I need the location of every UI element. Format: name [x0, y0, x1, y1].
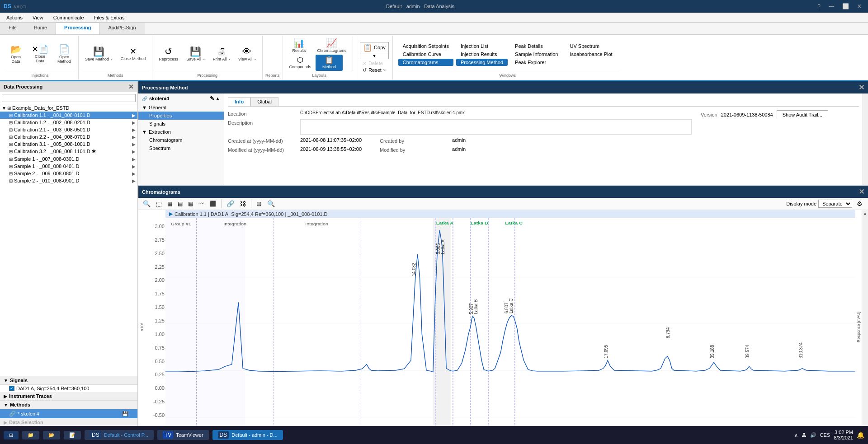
pm-edit-icon[interactable]: ✎: [210, 95, 214, 102]
zoom-minus-btn[interactable]: 🔍: [141, 199, 152, 208]
pm-general-header[interactable]: ▼ General: [138, 103, 224, 112]
unlink-btn[interactable]: ⛓: [238, 199, 248, 208]
chart-type2-btn[interactable]: ▤: [176, 200, 184, 208]
tree-item-cal22[interactable]: ⊞ Calibration 2.2 - _004_008-0701.D ▶: [0, 133, 137, 140]
tree-item-cal31[interactable]: ⊞ Calibration 3.1 - _005_008-1001.D ▶: [0, 140, 137, 148]
close-method-button[interactable]: ✕ Close Method: [117, 46, 150, 63]
cal-curve-btn[interactable]: Calibration Curve: [398, 51, 453, 58]
signal-checkbox[interactable]: ✓: [9, 386, 14, 391]
link-btn[interactable]: 🔗: [225, 199, 236, 208]
help-btn[interactable]: ?: [815, 2, 823, 10]
open-method-button[interactable]: 📄 OpenMethod: [53, 43, 75, 65]
sample-info-btn[interactable]: Sample Information: [510, 51, 562, 58]
pm-extraction-header[interactable]: ▼ Extraction: [138, 128, 224, 136]
processing-method-btn[interactable]: Processing Method: [456, 59, 508, 66]
chart-type1-btn[interactable]: ▦: [165, 200, 174, 208]
tree-item-sam1b[interactable]: ⊞ Sample 1 - _008_008-0401.D ▶: [0, 163, 137, 170]
method-layout-button[interactable]: 📋 Method: [316, 55, 343, 71]
pm-tab-global[interactable]: Global: [250, 97, 278, 106]
fit-btn[interactable]: ⊞: [255, 199, 264, 208]
results-button[interactable]: 📊 Results: [286, 37, 313, 55]
settings-btn[interactable]: ⚙: [854, 199, 865, 208]
pm-chromatogram-item[interactable]: Chromatogram: [138, 136, 224, 144]
chromatograms-btn[interactable]: Chromatograms: [398, 59, 453, 66]
pm-spectrum-item[interactable]: Spectrum: [138, 144, 224, 152]
tree-item-cal11[interactable]: ⊞ Calibration 1.1 - _001_008-0101.D ▶: [0, 112, 137, 119]
save-method-button[interactable]: 💾 Save Method ~: [81, 45, 116, 63]
menu-actions[interactable]: Actions: [2, 14, 27, 21]
tree-item-cal12[interactable]: ⊞ Calibration 1.2 - _002_008-0201.D ▶: [0, 119, 137, 126]
close-btn[interactable]: ✕: [854, 2, 864, 10]
tree-item-label: Calibration 2.2 - _004_008-0701.D: [14, 134, 132, 140]
methods-section[interactable]: ▼ Methods: [0, 401, 137, 409]
panel-close-btn[interactable]: ✕: [128, 83, 134, 90]
injection-list-btn[interactable]: Injection List: [456, 42, 508, 50]
tree-item-sam2a[interactable]: ⊞ Sample 2 - _009_008-0801.D ▶: [0, 170, 137, 177]
tree-item-cal32[interactable]: ⊞ Calibration 3.2 - _006_008-1101.D ✱ ▶: [0, 148, 137, 155]
y-tick-300: 3.00: [146, 224, 165, 229]
isoabsorbance-btn[interactable]: Isoabsorbance Plot: [565, 51, 617, 58]
chart-type4-btn[interactable]: 〰: [197, 200, 206, 208]
view-all-button[interactable]: 👁 View All ~: [235, 45, 259, 63]
tab-home[interactable]: Home: [25, 23, 56, 34]
chromatograms-layout-button[interactable]: 📈 Chromatograms: [314, 37, 350, 55]
tree-root-item[interactable]: ▼ ⊞ Example_Data_for_ESTD: [0, 104, 137, 112]
close-data-button[interactable]: ✕📄 CloseData: [28, 43, 52, 65]
taskbar-ds-control[interactable]: DS Default - Control P...: [85, 430, 154, 440]
signals-section[interactable]: ▼ Signals: [0, 376, 137, 385]
peak-explorer-btn[interactable]: Peak Explorer: [510, 59, 562, 66]
pm-scrollup-icon[interactable]: ▲: [215, 96, 220, 101]
save-all-button[interactable]: 💾 Save All ~: [183, 45, 208, 63]
taskbar-folder[interactable]: 📂: [43, 431, 60, 439]
pm-description-input[interactable]: [300, 119, 692, 135]
taskbar-explorer[interactable]: 📁: [22, 431, 39, 439]
start-button[interactable]: ⊞: [4, 431, 19, 439]
acq-setpoints-btn[interactable]: Acquisition Setpoints: [398, 42, 453, 50]
taskbar-teamviewer[interactable]: TV TeamViewer: [157, 430, 209, 440]
instrument-traces-section[interactable]: ▶ Instrument Traces: [0, 392, 137, 401]
taskbar-notification[interactable]: 🔔: [857, 431, 864, 439]
compounds-layout-button[interactable]: ⬡ Compounds: [286, 55, 315, 71]
pm-close-btn[interactable]: ✕: [859, 83, 864, 92]
injection-results-btn[interactable]: Injection Results: [456, 51, 508, 58]
print-all-button[interactable]: 🖨 Print All ~: [209, 45, 234, 63]
chart-type3-btn[interactable]: ▦: [186, 200, 195, 208]
minimize-btn[interactable]: —: [826, 2, 837, 10]
peak-details-btn[interactable]: Peak Details: [510, 42, 562, 50]
maximize-btn[interactable]: ⬜: [840, 2, 852, 10]
chart-type5-btn[interactable]: ⬛: [208, 200, 218, 208]
chrom-scrollbar[interactable]: ▲ ▼: [862, 210, 868, 444]
pm-tab-info[interactable]: Info: [228, 97, 250, 106]
taskbar-notepad[interactable]: 📝: [64, 431, 81, 439]
chrom-close-btn[interactable]: ✕: [859, 187, 864, 196]
zoom-rect-btn[interactable]: ⬚: [154, 199, 164, 208]
tree-item-icon: ⊞: [9, 178, 13, 183]
menu-view[interactable]: View: [28, 14, 48, 21]
taskbar-ds-analysis[interactable]: DS Default - admin - D...: [212, 430, 283, 440]
open-data-button[interactable]: 📂 OpenData: [5, 43, 27, 65]
pm-scrollbar[interactable]: [863, 93, 868, 185]
tree-item-sam1a[interactable]: ⊞ Sample 1 - _007_008-0301.D ▶: [0, 155, 137, 163]
zoom-fit-btn[interactable]: 🔍: [265, 199, 277, 208]
copy-dropdown[interactable]: ▼: [360, 53, 388, 59]
method-save-icon[interactable]: 💾: [122, 411, 128, 417]
tab-file[interactable]: File: [0, 23, 25, 34]
tab-processing[interactable]: Processing: [56, 23, 99, 34]
menu-communicate[interactable]: Communicate: [49, 14, 89, 21]
tree-item-cal21[interactable]: ⊞ Calibration 2.1 - _003_008-0501.D ▶: [0, 126, 137, 133]
tab-audit[interactable]: Audit/E-Sign: [99, 23, 144, 34]
reset-button[interactable]: ↺ Reset ~: [360, 67, 389, 74]
tree-item-sam2b[interactable]: ⊞ Sample 2 - _010_008-0901.D ▶: [0, 177, 137, 184]
uv-spectrum-btn[interactable]: UV Spectrum: [565, 42, 617, 50]
copy-button[interactable]: 📋 Copy: [360, 42, 388, 53]
method-skoleni4[interactable]: 🔗 * skoleni4 💾: [0, 409, 137, 418]
pm-extraction-triangle: ▼: [142, 129, 147, 135]
pm-signals-item[interactable]: Signals: [138, 120, 224, 128]
display-mode-select[interactable]: Separate Overlay: [818, 200, 852, 208]
reprocess-button[interactable]: ↺ Reprocess: [155, 45, 182, 63]
delete-button[interactable]: ✕ Delete: [360, 60, 389, 67]
search-input[interactable]: [2, 94, 136, 102]
show-audit-trail-button[interactable]: Show Audit Trail...: [777, 110, 828, 119]
pm-properties-item[interactable]: Properties: [138, 112, 224, 120]
menu-files-extras[interactable]: Files & Extras: [90, 14, 129, 21]
